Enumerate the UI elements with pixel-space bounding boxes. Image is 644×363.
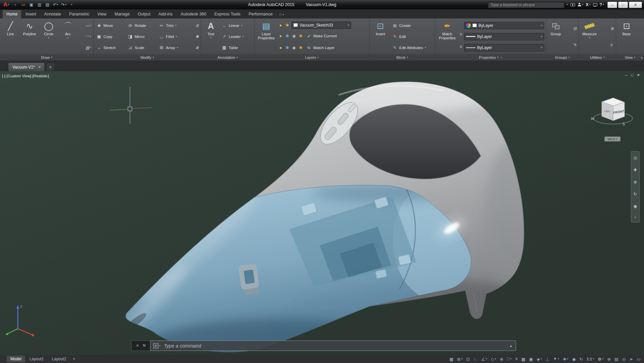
tab-autodesk-360[interactable]: Autodesk 360 <box>177 10 210 18</box>
polyline-button[interactable]: ∿Polyline <box>20 19 39 54</box>
ellipse-button[interactable]: ◠▾ <box>86 34 91 39</box>
clean-screen-button[interactable]: ▭ <box>637 357 641 362</box>
zoom-button[interactable]: ⊕ <box>634 179 637 185</box>
layer-thaw-all-icon[interactable]: ✻ <box>285 45 290 50</box>
hatch-button[interactable]: ▨▾ <box>86 45 91 50</box>
qat-customize-button[interactable]: ▾ <box>68 1 75 8</box>
layers-panel-label[interactable]: Layers▾ <box>255 54 369 61</box>
tab-performance[interactable]: Performance <box>245 10 276 18</box>
lineweight-select[interactable]: ByLayer▾ <box>464 33 544 40</box>
edit-block-button[interactable]: ✎Edit <box>391 32 433 41</box>
insert-block-button[interactable]: ⊡Insert <box>371 19 390 54</box>
properties-panel-label[interactable]: Properties▾↘ <box>435 54 546 61</box>
sign-in-button[interactable]: ▾ <box>578 3 584 7</box>
help-button[interactable]: ?▾ <box>600 2 604 7</box>
tab-manage[interactable]: Manage <box>111 10 133 18</box>
compass-west-label[interactable]: W <box>591 117 594 121</box>
explode-button[interactable]: ✱ <box>195 34 199 39</box>
exchange-apps-button[interactable]: X▾ <box>586 2 591 7</box>
viewport-minimize-button[interactable]: – <box>625 73 627 77</box>
dialog-launcher-icon[interactable]: ↘ <box>500 56 502 59</box>
quick-properties-toggle[interactable]: ▤ <box>614 357 618 362</box>
application-menu-button[interactable]: A▾ <box>2 1 10 8</box>
open-button[interactable]: ▭ <box>20 1 27 8</box>
object-color-select[interactable]: ByLayer▾ <box>464 22 544 29</box>
tab-add-ins[interactable]: Add-ins <box>155 10 176 18</box>
layer-freeze-icon[interactable]: ✻ <box>285 34 290 38</box>
recent-commands-button[interactable]: >▾ <box>153 343 160 349</box>
group-button[interactable]: Group <box>547 19 564 54</box>
selection-filter-toggle[interactable]: ▼▾ <box>553 357 559 361</box>
annotation-panel-label[interactable]: Annotation▾ <box>201 54 254 61</box>
snap-toggle[interactable]: ⊞▾ <box>457 357 463 362</box>
erase-button[interactable]: ⊘ <box>195 23 199 28</box>
view-panel-label[interactable]: View▾ <box>616 54 644 61</box>
mirror-button[interactable]: ◨Mirror <box>126 32 156 41</box>
annotation-scale-button[interactable]: 1:1▾ <box>587 357 594 361</box>
command-line-grip[interactable]: ✕ ⚒ <box>131 340 150 351</box>
drawing-canvas[interactable]: [-] [Custom View] [Realistic] – □ ✕ <box>0 71 644 355</box>
layer-thaw-icon[interactable]: ✱ <box>285 23 290 28</box>
annotation-visibility-toggle[interactable]: ◉ <box>572 357 576 362</box>
line-button[interactable]: ╱Line <box>1 19 20 54</box>
grid-toggle[interactable]: ▦ <box>450 357 454 362</box>
layer-lock-icon[interactable]: ◉ <box>291 34 296 38</box>
wcs-dropdown[interactable]: WCS▾ <box>604 136 620 142</box>
undo-button[interactable]: ↶▾ <box>52 1 59 8</box>
isometric-drafting-toggle[interactable]: ◇▾ <box>491 357 496 362</box>
block-panel-label[interactable]: Block▾ <box>370 54 435 61</box>
edit-attributes-button[interactable]: ✎Edit Attributes▾ <box>391 43 433 52</box>
navbar-menu-button[interactable]: ▾ <box>635 216 636 219</box>
maximize-button[interactable]: □ <box>618 2 628 8</box>
base-view-button[interactable]: ⊡Base <box>617 19 636 54</box>
id-point-button[interactable]: ⊕ <box>610 26 614 31</box>
match-properties-button[interactable]: ✒Match Properties <box>436 19 458 54</box>
create-block-button[interactable]: ⊞Create <box>391 22 433 30</box>
circle-button[interactable]: ◯Circle▾ <box>39 19 58 54</box>
lineweight-toggle[interactable]: ≡ <box>515 357 517 361</box>
annotation-monitor-toggle[interactable]: ⊕ <box>607 357 610 362</box>
copy-button[interactable]: ▣Copy <box>95 32 125 41</box>
polar-tracking-toggle[interactable]: ∠▾ <box>481 357 487 362</box>
new-button[interactable]: ▫ <box>12 1 18 8</box>
viewport-close-button[interactable]: ✕ <box>637 73 640 77</box>
tab-annotate[interactable]: Annotate <box>41 10 65 18</box>
full-navigation-wheel-button[interactable]: ◎ <box>633 155 637 160</box>
table-button[interactable]: ▦Table <box>220 43 253 52</box>
measure-button[interactable]: Measure▾ <box>580 19 599 54</box>
properties-rows-button[interactable]: ≡ <box>460 44 462 49</box>
layer-select[interactable]: Vacuum_Sketch33 ▾ <box>291 22 351 29</box>
stretch-button[interactable]: ↔Stretch <box>95 43 125 52</box>
compass-south-label[interactable]: S <box>623 122 625 126</box>
tab-output[interactable]: Output <box>134 10 154 18</box>
new-drawing-tab-button[interactable]: + <box>47 63 54 71</box>
save-as-button[interactable]: ▥ <box>36 1 43 8</box>
model-tab[interactable]: Model <box>7 356 25 362</box>
leader-button[interactable]: ↗Leader▾ <box>220 32 253 41</box>
layout2-tab[interactable]: Layout2 <box>48 356 70 362</box>
orbit-button[interactable]: ↻ <box>634 192 637 197</box>
modify-panel-label[interactable]: Modify▾ <box>94 54 201 61</box>
layer-properties-button[interactable]: ▤Layer Properties <box>256 19 277 54</box>
graphics-performance-button[interactable]: ➤ <box>630 357 633 362</box>
ungroup-button[interactable]: ⊟ <box>573 26 577 31</box>
tab-insert[interactable]: Insert <box>22 10 40 18</box>
draw-panel-label[interactable]: Draw▾ <box>0 54 93 61</box>
move-button[interactable]: ✚Move <box>95 22 125 30</box>
view-cube[interactable]: W S FRONT LEFT <box>587 87 641 134</box>
ortho-toggle[interactable]: ∟ <box>473 357 477 361</box>
search-input[interactable] <box>488 2 564 8</box>
pan-button[interactable]: ✚ <box>634 167 637 172</box>
minimize-button[interactable]: – <box>607 2 617 8</box>
dynamic-ucs-toggle[interactable]: ⊥ <box>546 357 549 362</box>
trim-button[interactable]: ✂Trim▾ <box>157 22 190 30</box>
text-button[interactable]: AText▾ <box>202 19 220 54</box>
ribbon-overflow-button[interactable]: » <box>641 55 643 59</box>
scale-button[interactable]: ⊿Scale <box>126 43 156 52</box>
communication-center-button[interactable] <box>593 3 597 6</box>
viewport-restore-button[interactable]: □ <box>631 73 633 77</box>
new-layout-button[interactable]: + <box>71 357 78 361</box>
search-button[interactable] <box>570 3 575 6</box>
rotate-button[interactable]: ⟳Rotate <box>126 22 156 30</box>
close-button[interactable]: ✕ <box>629 2 642 8</box>
